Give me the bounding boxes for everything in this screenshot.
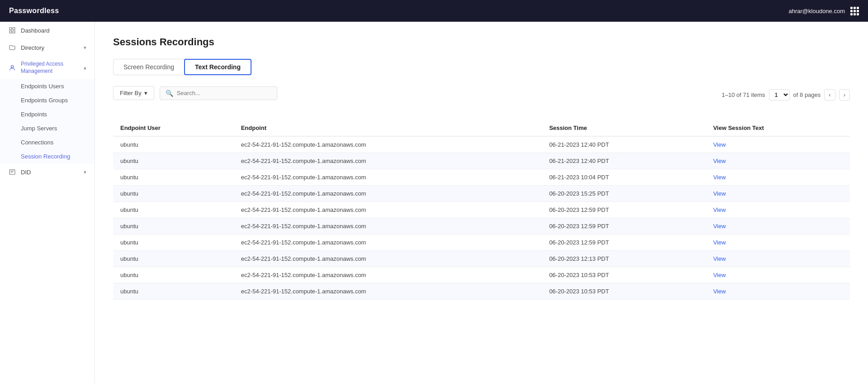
table-row: ubuntu ec2-54-221-91-152.compute-1.amazo… <box>113 218 850 235</box>
dashboard-icon <box>8 26 16 34</box>
sidebar-item-did[interactable]: DID ▾ <box>0 163 95 181</box>
sidebar-subitem-connections[interactable]: Connections <box>0 135 95 149</box>
user-email: ahrar@kloudone.com <box>789 8 845 14</box>
filter-by-button[interactable]: Filter By ▾ <box>113 86 154 100</box>
view-link[interactable]: View <box>713 223 726 230</box>
cell-view[interactable]: View <box>706 202 850 218</box>
search-icon: 🔍 <box>166 90 173 97</box>
sidebar-item-dashboard-label: Dashboard <box>21 27 50 34</box>
cell-session-time: 06-21-2023 12:40 PDT <box>542 136 706 153</box>
cell-endpoint-user: ubuntu <box>113 235 234 251</box>
prev-page-button[interactable]: ‹ <box>824 89 835 101</box>
sidebar-subitem-session-recording[interactable]: Session Recording <box>0 149 95 163</box>
cell-view[interactable]: View <box>706 153 850 169</box>
page-title: Sessions Recordings <box>113 36 850 48</box>
cell-endpoint: ec2-54-221-91-152.compute-1.amazonaws.co… <box>234 136 542 153</box>
cell-view[interactable]: View <box>706 283 850 300</box>
page-select[interactable]: 1234 5678 <box>769 89 790 101</box>
filter-chevron-icon: ▾ <box>144 90 147 96</box>
view-link[interactable]: View <box>713 206 726 213</box>
table-row: ubuntu ec2-54-221-91-152.compute-1.amazo… <box>113 186 850 202</box>
sidebar-item-dashboard[interactable]: Dashboard <box>0 22 95 39</box>
table-row: ubuntu ec2-54-221-91-152.compute-1.amazo… <box>113 251 850 267</box>
view-link[interactable]: View <box>713 288 726 295</box>
view-link[interactable]: View <box>713 272 726 278</box>
cell-endpoint-user: ubuntu <box>113 251 234 267</box>
search-box: 🔍 <box>160 86 277 100</box>
sidebar: Dashboard Directory ▾ Privileged Access … <box>0 22 95 383</box>
cell-endpoint: ec2-54-221-91-152.compute-1.amazonaws.co… <box>234 267 542 283</box>
col-endpoint-user: Endpoint User <box>113 120 234 136</box>
search-input[interactable] <box>177 90 271 96</box>
tabs-container: Screen Recording Text Recording <box>113 59 850 75</box>
col-view-session-text: View Session Text <box>706 120 850 136</box>
view-link[interactable]: View <box>713 174 726 181</box>
cell-endpoint-user: ubuntu <box>113 202 234 218</box>
pam-submenu: Endpoints Users Endpoints Groups Endpoin… <box>0 79 95 163</box>
chevron-down-icon: ▾ <box>84 45 86 51</box>
cell-session-time: 06-21-2023 10:04 PDT <box>542 169 706 186</box>
view-link[interactable]: View <box>713 255 726 262</box>
table-row: ubuntu ec2-54-221-91-152.compute-1.amazo… <box>113 153 850 169</box>
col-endpoint: Endpoint <box>234 120 542 136</box>
table-header-row: Endpoint User Endpoint Session Time View… <box>113 120 850 136</box>
svg-point-4 <box>11 65 13 67</box>
apps-grid-icon[interactable] <box>850 7 859 15</box>
next-page-button[interactable]: › <box>839 89 850 101</box>
view-link[interactable]: View <box>713 158 726 164</box>
filter-bar: Filter By ▾ 🔍 <box>113 86 277 100</box>
sidebar-item-pam[interactable]: Privileged Access Management ▴ <box>0 56 95 79</box>
table-row: ubuntu ec2-54-221-91-152.compute-1.amazo… <box>113 202 850 218</box>
svg-rect-3 <box>13 31 15 33</box>
table-row: ubuntu ec2-54-221-91-152.compute-1.amazo… <box>113 235 850 251</box>
cell-endpoint-user: ubuntu <box>113 186 234 202</box>
cell-session-time: 06-20-2023 10:53 PDT <box>542 283 706 300</box>
cell-session-time: 06-20-2023 12:13 PDT <box>542 251 706 267</box>
tab-text-recording[interactable]: Text Recording <box>184 59 251 75</box>
tab-screen-recording[interactable]: Screen Recording <box>113 59 185 75</box>
directory-icon <box>8 43 16 52</box>
chevron-up-icon: ▴ <box>84 65 86 71</box>
cell-endpoint-user: ubuntu <box>113 218 234 235</box>
sidebar-subitem-endpoints-groups[interactable]: Endpoints Groups <box>0 93 95 107</box>
chevron-down-icon-did: ▾ <box>84 169 86 175</box>
cell-session-time: 06-20-2023 12:59 PDT <box>542 218 706 235</box>
cell-session-time: 06-20-2023 10:53 PDT <box>542 267 706 283</box>
table-row: ubuntu ec2-54-221-91-152.compute-1.amazo… <box>113 267 850 283</box>
cell-view[interactable]: View <box>706 136 850 153</box>
cell-endpoint: ec2-54-221-91-152.compute-1.amazonaws.co… <box>234 251 542 267</box>
svg-rect-2 <box>9 31 12 33</box>
sidebar-subitem-endpoints-users[interactable]: Endpoints Users <box>0 79 95 93</box>
topbar-right: ahrar@kloudone.com <box>789 7 859 15</box>
main-content: Sessions Recordings Screen Recording Tex… <box>95 22 868 383</box>
cell-view[interactable]: View <box>706 235 850 251</box>
sidebar-subitem-endpoints[interactable]: Endpoints <box>0 107 95 121</box>
view-link[interactable]: View <box>713 239 726 246</box>
sidebar-subitem-jump-servers[interactable]: Jump Servers <box>0 121 95 135</box>
cell-endpoint: ec2-54-221-91-152.compute-1.amazonaws.co… <box>234 283 542 300</box>
filter-by-label: Filter By <box>120 90 142 96</box>
cell-view[interactable]: View <box>706 251 850 267</box>
cell-session-time: 06-20-2023 12:59 PDT <box>542 235 706 251</box>
view-link[interactable]: View <box>713 141 726 148</box>
sidebar-item-directory[interactable]: Directory ▾ <box>0 39 95 56</box>
cell-view[interactable]: View <box>706 218 850 235</box>
table-row: ubuntu ec2-54-221-91-152.compute-1.amazo… <box>113 169 850 186</box>
table-row: ubuntu ec2-54-221-91-152.compute-1.amazo… <box>113 136 850 153</box>
view-link[interactable]: View <box>713 190 726 197</box>
cell-endpoint-user: ubuntu <box>113 267 234 283</box>
total-pages-text: of 8 pages <box>793 91 821 98</box>
cell-endpoint-user: ubuntu <box>113 136 234 153</box>
cell-endpoint: ec2-54-221-91-152.compute-1.amazonaws.co… <box>234 218 542 235</box>
cell-endpoint: ec2-54-221-91-152.compute-1.amazonaws.co… <box>234 235 542 251</box>
layout: Dashboard Directory ▾ Privileged Access … <box>0 22 868 383</box>
cell-session-time: 06-20-2023 12:59 PDT <box>542 202 706 218</box>
cell-endpoint-user: ubuntu <box>113 283 234 300</box>
cell-view[interactable]: View <box>706 186 850 202</box>
col-session-time: Session Time <box>542 120 706 136</box>
cell-endpoint-user: ubuntu <box>113 169 234 186</box>
brand-label: Passwordless <box>9 7 59 15</box>
cell-view[interactable]: View <box>706 267 850 283</box>
cell-view[interactable]: View <box>706 169 850 186</box>
pam-icon <box>8 64 16 72</box>
